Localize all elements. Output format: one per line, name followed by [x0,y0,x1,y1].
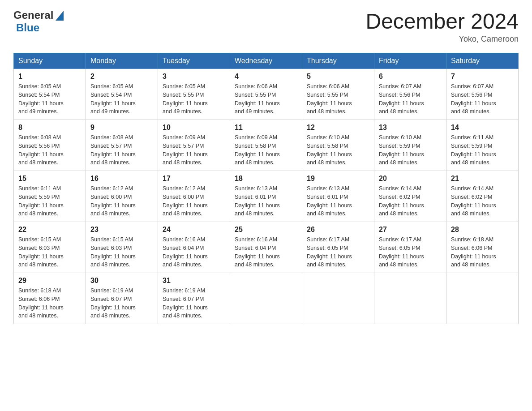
day-info: Sunrise: 6:16 AM Sunset: 6:04 PM Dayligh… [235,235,297,269]
day-info: Sunrise: 6:15 AM Sunset: 6:03 PM Dayligh… [90,235,153,269]
calendar-week-row: 22 Sunrise: 6:15 AM Sunset: 6:03 PM Dayl… [14,222,519,273]
calendar-day-cell: 9 Sunrise: 6:08 AM Sunset: 5:57 PM Dayli… [86,120,158,171]
day-number: 27 [379,226,442,234]
calendar-day-cell: 5 Sunrise: 6:06 AM Sunset: 5:55 PM Dayli… [302,69,374,120]
month-title: December 2024 [365,9,519,34]
empty-cell [230,273,302,324]
calendar-day-cell: 11 Sunrise: 6:09 AM Sunset: 5:58 PM Dayl… [230,120,302,171]
day-info: Sunrise: 6:05 AM Sunset: 5:55 PM Dayligh… [163,82,225,116]
day-number: 11 [235,124,297,132]
day-number: 23 [90,226,153,234]
calendar-day-cell: 23 Sunrise: 6:15 AM Sunset: 6:03 PM Dayl… [86,222,158,273]
day-info: Sunrise: 6:07 AM Sunset: 5:56 PM Dayligh… [451,82,514,116]
day-number: 6 [379,73,442,81]
day-number: 17 [163,175,225,183]
day-info: Sunrise: 6:08 AM Sunset: 5:57 PM Dayligh… [90,133,153,167]
calendar-day-cell: 24 Sunrise: 6:16 AM Sunset: 6:04 PM Dayl… [158,222,230,273]
day-number: 19 [307,175,369,183]
day-info: Sunrise: 6:06 AM Sunset: 5:55 PM Dayligh… [235,82,297,116]
day-info: Sunrise: 6:08 AM Sunset: 5:56 PM Dayligh… [18,133,81,167]
calendar-day-cell: 27 Sunrise: 6:17 AM Sunset: 6:05 PM Dayl… [374,222,446,273]
calendar-day-cell: 12 Sunrise: 6:10 AM Sunset: 5:58 PM Dayl… [302,120,374,171]
day-number: 8 [18,124,81,132]
calendar-week-row: 15 Sunrise: 6:11 AM Sunset: 5:59 PM Dayl… [14,171,519,222]
day-info: Sunrise: 6:16 AM Sunset: 6:04 PM Dayligh… [163,235,225,269]
calendar-day-cell: 29 Sunrise: 6:18 AM Sunset: 6:06 PM Dayl… [14,273,86,324]
calendar-day-cell: 17 Sunrise: 6:12 AM Sunset: 6:00 PM Dayl… [158,171,230,222]
day-number: 13 [379,124,442,132]
day-number: 31 [163,277,225,285]
day-number: 26 [307,226,369,234]
calendar-day-cell: 1 Sunrise: 6:05 AM Sunset: 5:54 PM Dayli… [14,69,86,120]
calendar-day-cell: 14 Sunrise: 6:11 AM Sunset: 5:59 PM Dayl… [446,120,519,171]
day-number: 20 [379,175,442,183]
day-number: 4 [235,73,297,81]
day-info: Sunrise: 6:10 AM Sunset: 5:58 PM Dayligh… [307,133,369,167]
day-info: Sunrise: 6:17 AM Sunset: 6:05 PM Dayligh… [379,235,442,269]
calendar-week-row: 1 Sunrise: 6:05 AM Sunset: 5:54 PM Dayli… [14,69,519,120]
day-number: 10 [163,124,225,132]
calendar-day-cell: 10 Sunrise: 6:09 AM Sunset: 5:57 PM Dayl… [158,120,230,171]
calendar-day-cell: 2 Sunrise: 6:05 AM Sunset: 5:54 PM Dayli… [86,69,158,120]
calendar-day-cell: 15 Sunrise: 6:11 AM Sunset: 5:59 PM Dayl… [14,171,86,222]
calendar-day-cell: 21 Sunrise: 6:14 AM Sunset: 6:02 PM Dayl… [446,171,519,222]
day-info: Sunrise: 6:12 AM Sunset: 6:00 PM Dayligh… [163,184,225,218]
header-thursday: Thursday [302,53,374,69]
logo-general-text: General [13,9,53,21]
day-info: Sunrise: 6:11 AM Sunset: 5:59 PM Dayligh… [18,184,81,218]
day-number: 28 [451,226,514,234]
header-tuesday: Tuesday [158,53,230,69]
day-number: 7 [451,73,514,81]
header-monday: Monday [86,53,158,69]
calendar-day-cell: 26 Sunrise: 6:17 AM Sunset: 6:05 PM Dayl… [302,222,374,273]
day-info: Sunrise: 6:05 AM Sunset: 5:54 PM Dayligh… [90,82,153,116]
day-info: Sunrise: 6:09 AM Sunset: 5:58 PM Dayligh… [235,133,297,167]
day-info: Sunrise: 6:11 AM Sunset: 5:59 PM Dayligh… [451,133,514,167]
day-info: Sunrise: 6:12 AM Sunset: 6:00 PM Dayligh… [90,184,153,218]
svg-marker-0 [56,11,64,21]
logo: General Blue [13,9,64,34]
calendar-day-cell: 20 Sunrise: 6:14 AM Sunset: 6:02 PM Dayl… [374,171,446,222]
day-number: 1 [18,73,81,81]
day-number: 9 [90,124,153,132]
calendar-day-cell: 6 Sunrise: 6:07 AM Sunset: 5:56 PM Dayli… [374,69,446,120]
day-info: Sunrise: 6:06 AM Sunset: 5:55 PM Dayligh… [307,82,369,116]
day-info: Sunrise: 6:19 AM Sunset: 6:07 PM Dayligh… [163,287,225,320]
day-info: Sunrise: 6:09 AM Sunset: 5:57 PM Dayligh… [163,133,225,167]
day-info: Sunrise: 6:15 AM Sunset: 6:03 PM Dayligh… [18,235,81,269]
empty-cell [302,273,374,324]
header-sunday: Sunday [14,53,86,69]
header-saturday: Saturday [446,53,519,69]
day-number: 30 [90,277,153,285]
calendar-day-cell: 19 Sunrise: 6:13 AM Sunset: 6:01 PM Dayl… [302,171,374,222]
calendar-day-cell: 25 Sunrise: 6:16 AM Sunset: 6:04 PM Dayl… [230,222,302,273]
day-number: 14 [451,124,514,132]
calendar-day-cell: 28 Sunrise: 6:18 AM Sunset: 6:06 PM Dayl… [446,222,519,273]
calendar-day-cell: 22 Sunrise: 6:15 AM Sunset: 6:03 PM Dayl… [14,222,86,273]
empty-cell [374,273,446,324]
empty-cell [446,273,519,324]
header-friday: Friday [374,53,446,69]
calendar-day-cell: 16 Sunrise: 6:12 AM Sunset: 6:00 PM Dayl… [86,171,158,222]
day-info: Sunrise: 6:05 AM Sunset: 5:54 PM Dayligh… [18,82,81,116]
logo-triangle-icon [56,11,64,21]
day-info: Sunrise: 6:13 AM Sunset: 6:01 PM Dayligh… [307,184,369,218]
location-subtitle: Yoko, Cameroon [365,34,519,44]
day-info: Sunrise: 6:07 AM Sunset: 5:56 PM Dayligh… [379,82,442,116]
day-number: 29 [18,277,81,285]
day-number: 18 [235,175,297,183]
calendar-table: SundayMondayTuesdayWednesdayThursdayFrid… [13,53,519,324]
calendar-day-cell: 8 Sunrise: 6:08 AM Sunset: 5:56 PM Dayli… [14,120,86,171]
day-info: Sunrise: 6:14 AM Sunset: 6:02 PM Dayligh… [379,184,442,218]
calendar-day-cell: 31 Sunrise: 6:19 AM Sunset: 6:07 PM Dayl… [158,273,230,324]
day-number: 22 [18,226,81,234]
day-info: Sunrise: 6:14 AM Sunset: 6:02 PM Dayligh… [451,184,514,218]
day-info: Sunrise: 6:13 AM Sunset: 6:01 PM Dayligh… [235,184,297,218]
day-number: 2 [90,73,153,81]
calendar-header-row: SundayMondayTuesdayWednesdayThursdayFrid… [14,53,519,69]
calendar-week-row: 8 Sunrise: 6:08 AM Sunset: 5:56 PM Dayli… [14,120,519,171]
page-header: General Blue December 2024 Yoko, Cameroo… [13,9,519,44]
day-info: Sunrise: 6:10 AM Sunset: 5:59 PM Dayligh… [379,133,442,167]
day-number: 5 [307,73,369,81]
day-number: 16 [90,175,153,183]
